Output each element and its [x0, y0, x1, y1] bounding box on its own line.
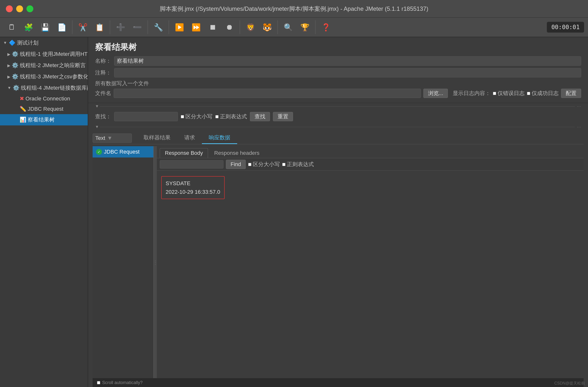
scroll-check: Scroll automatically? — [97, 380, 143, 385]
clear-button[interactable]: 🐯 — [259, 19, 275, 35]
find-input[interactable] — [160, 160, 223, 168]
panel-title: 察看结果树 — [95, 42, 581, 53]
collapse-arrow-2[interactable]: ▼ — [95, 125, 99, 129]
tab-response-data[interactable]: 响应数据 — [202, 132, 237, 144]
regex-label[interactable]: 正则表达式 — [215, 113, 247, 120]
sidebar-item-root-label: 测试计划 — [17, 39, 39, 46]
sidebar-item-result-tree[interactable]: 📊 察看结果树 — [0, 114, 88, 125]
browse-button[interactable]: 浏览... — [423, 89, 448, 98]
comment-input[interactable] — [114, 68, 581, 77]
window-title: 脚本案例.jmx (/System/Volumes/Data/work/jmet… — [160, 5, 428, 13]
title-bar: 脚本案例.jmx (/System/Volumes/Data/work/jmet… — [0, 0, 588, 18]
maximize-button[interactable] — [26, 5, 33, 12]
tab-request[interactable]: 请求 — [177, 132, 202, 144]
sidebar-item-jdbc-label: JDBC Request — [28, 106, 63, 112]
arrow-group1: ▶ — [7, 52, 10, 56]
toggle-log-button[interactable]: 🔧 — [150, 19, 166, 35]
top-tabs-bar: Text ▼ 取样器结果 请求 响应数据 — [93, 130, 584, 144]
case-sensitive-checkbox[interactable] — [181, 115, 184, 118]
result-tabs: 取样器结果 请求 响应数据 — [137, 132, 237, 144]
error-log-checkbox-label[interactable]: 仅错误日志 — [493, 90, 525, 97]
text-selector[interactable]: Text ▼ — [93, 134, 132, 143]
file-input[interactable] — [114, 89, 421, 98]
jdbc-icon: ✏️ — [20, 106, 26, 112]
response-tabs: Response Body Response headers — [157, 146, 584, 158]
find-case-label[interactable]: 区分大小写 — [248, 161, 280, 168]
find-bar: Find 区分大小写 正则表达式 — [157, 158, 584, 171]
collapse-button[interactable]: ➖ — [129, 19, 145, 35]
close-button[interactable] — [6, 5, 13, 12]
stop-now-button[interactable]: ⏺ — [221, 19, 237, 35]
sidebar-item-jdbc[interactable]: ✏️ JDBC Request — [0, 104, 88, 114]
collapse-row-2: ▼ ⋯ — [88, 124, 588, 130]
scroll-auto-checkbox[interactable] — [97, 381, 100, 384]
sidebar-item-group2[interactable]: ▶ ⚙️ 线程组-2 JMeter之响应断言 — [0, 60, 88, 71]
dropdown-arrow-icon: ▼ — [107, 135, 112, 141]
success-status-icon: ✓ — [96, 149, 102, 155]
success-log-checkbox-label[interactable]: 仅成功日志 — [527, 90, 559, 97]
new-button[interactable]: 🗒 — [4, 19, 20, 35]
cut-button[interactable]: ✂️ — [75, 19, 91, 35]
left-list: ✓ JDBC Request — [93, 146, 154, 378]
save-button[interactable]: 💾 — [37, 19, 53, 35]
find-case-checkbox[interactable] — [248, 163, 251, 166]
arrow-group2: ▶ — [7, 63, 10, 68]
group3-icon: ⚙️ — [12, 74, 18, 80]
help-button[interactable]: ❓ — [318, 19, 334, 35]
case-sensitive-label[interactable]: 区分大小写 — [181, 113, 212, 120]
find-bar-button[interactable]: Find — [226, 160, 246, 169]
group2-icon: ⚙️ — [12, 62, 18, 69]
find-button[interactable]: 查找 — [250, 112, 270, 121]
file-section-label: 所有数据写入一个文件 — [95, 80, 581, 87]
list-item-jdbc-request[interactable]: ✓ JDBC Request — [93, 146, 153, 158]
tab-response-headers[interactable]: Response headers — [209, 148, 265, 158]
collapse-arrow-1[interactable]: ▼ — [95, 104, 99, 108]
open-button[interactable]: 🧩 — [21, 19, 36, 35]
revert-button[interactable]: 📄 — [54, 19, 70, 35]
response-body-area: SYSDATE 2022-10-29 16:33:57.0 — [157, 171, 584, 378]
regex-text: 正则表达式 — [220, 113, 247, 120]
sidebar-item-group1[interactable]: ▶ ⚙️ 线程组-1 使用JMeter调用HTTP接口 — [0, 48, 88, 60]
sidebar-item-group1-label: 线程组-1 使用JMeter调用HTTP接口 — [20, 50, 88, 58]
expand-button[interactable]: ➕ — [113, 19, 128, 35]
split-area: ✓ JDBC Request Response Body Response he — [93, 146, 584, 378]
minimize-button[interactable] — [16, 5, 23, 12]
group1-icon: ⚙️ — [12, 51, 18, 57]
drag-handle[interactable] — [154, 146, 157, 378]
sidebar-item-oracle[interactable]: ✖ Oracle Connection — [0, 94, 88, 104]
tab-response-body[interactable]: Response Body — [160, 148, 208, 158]
reset-button[interactable]: 重置 — [273, 112, 293, 121]
sysdate-box: SYSDATE 2022-10-29 16:33:57.0 — [161, 176, 225, 199]
name-input[interactable] — [114, 56, 581, 66]
sidebar-item-group2-label: 线程组-2 JMeter之响应断言 — [20, 62, 86, 69]
find-regex-label[interactable]: 正则表达式 — [282, 161, 314, 168]
arrow-oracle — [14, 97, 18, 101]
config-button[interactable]: 配置 — [561, 89, 581, 98]
drag-dots-2: ⋯ — [577, 124, 581, 130]
search-button[interactable]: 🔍 — [280, 19, 296, 35]
sidebar-item-group4[interactable]: ▼ ⚙️ 线程组-4 JMeter链接数据库配置 — [0, 82, 88, 94]
copy-button[interactable]: 📋 — [92, 19, 107, 35]
toolbar-separator-3 — [147, 20, 148, 34]
search-label: 查找： — [95, 113, 111, 120]
search-row: 查找： 区分大小写 正则表达式 查找 重置 — [88, 109, 588, 124]
right-content: Response Body Response headers Find 区分大小… — [157, 146, 584, 378]
sidebar-item-group3[interactable]: ▶ ⚙️ 线程组-3 JMeter之csv参数化 — [0, 71, 88, 82]
search-input[interactable] — [114, 112, 178, 121]
arrow-result-tree — [14, 118, 18, 122]
stop-button[interactable]: ⏹ — [205, 19, 220, 35]
trophy-button[interactable]: 🏆 — [297, 19, 313, 35]
name-label: 名称： — [95, 57, 111, 65]
clear-all-button[interactable]: 🦁 — [243, 19, 258, 35]
regex-checkbox[interactable] — [215, 115, 219, 118]
error-log-checkbox[interactable] — [493, 92, 496, 95]
toolbar-separator-1 — [72, 20, 73, 34]
find-regex-checkbox[interactable] — [282, 163, 285, 166]
success-log-checkbox[interactable] — [527, 92, 530, 95]
play-button[interactable]: ▶️ — [171, 19, 187, 35]
file-row: 文件名 浏览... 显示日志内容： 仅错误日志 仅成功日志 配置 — [95, 89, 581, 98]
play-no-pause-button[interactable]: ⏩ — [188, 19, 204, 35]
collapse-row-1: ▼ ⋯ — [88, 103, 588, 109]
sidebar-item-root[interactable]: ▼ 🔷 测试计划 — [0, 37, 88, 48]
tab-sampler-result[interactable]: 取样器结果 — [137, 132, 177, 144]
